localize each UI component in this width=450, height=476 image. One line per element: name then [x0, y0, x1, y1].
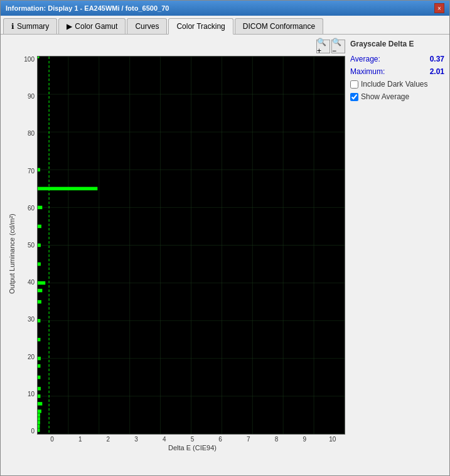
tab-dicom-conformance-label: DICOM Conformance — [243, 22, 315, 31]
maximum-value: 2.01 — [430, 67, 444, 76]
average-row: Average: 0.37 — [350, 55, 444, 63]
x-tick-6: 6 — [208, 436, 233, 443]
y-tick-0: 0 — [31, 428, 35, 435]
main-window: Information: Display 1 - EA245WMi / foto… — [0, 0, 450, 476]
show-average-label[interactable]: Show Average — [361, 92, 409, 101]
y-tick-60: 60 — [28, 205, 35, 212]
side-panel: Grayscale Delta E Average: 0.37 Maximum:… — [350, 40, 444, 452]
title-bar: Information: Display 1 - EA245WMi / foto… — [1, 1, 449, 16]
y-tick-20: 20 — [28, 354, 35, 360]
x-axis-label: Delta E (CIE94) — [40, 444, 345, 452]
tab-color-gamut[interactable]: ▶ Color Gamut — [58, 18, 126, 34]
tab-color-gamut-label: Color Gamut — [75, 22, 117, 31]
maximum-row: Maximum: 2.01 — [350, 67, 444, 76]
zoom-out-button[interactable]: 🔍− — [331, 40, 345, 53]
x-tick-1: 1 — [68, 436, 93, 443]
x-tick-10: 10 — [320, 436, 345, 443]
tab-color-tracking[interactable]: Color Tracking — [168, 18, 233, 35]
chart-with-axes: 100 90 80 70 60 50 40 30 20 10 0 — [18, 56, 345, 452]
tabs-bar: ℹ Summary ▶ Color Gamut Curves Color Tra… — [1, 16, 449, 35]
chart-area: 🔍+ 🔍− Output Luminance (cd/m²) 100 90 80… — [6, 40, 345, 452]
chart-toolbar: 🔍+ 🔍− — [6, 40, 345, 53]
y-tick-70: 70 — [28, 168, 35, 175]
x-tick-2: 2 — [95, 436, 121, 443]
zoom-in-icon: 🔍+ — [317, 38, 329, 55]
chart-container: Output Luminance (cd/m²) 100 90 80 70 60… — [6, 56, 345, 452]
tab-dicom-conformance[interactable]: DICOM Conformance — [235, 18, 323, 34]
show-average-row: Show Average — [350, 92, 444, 101]
tab-curves[interactable]: Curves — [127, 18, 167, 34]
zoom-in-button[interactable]: 🔍+ — [316, 40, 330, 53]
x-tick-9: 9 — [292, 436, 317, 443]
show-average-checkbox[interactable] — [350, 93, 358, 101]
zoom-out-icon: 🔍− — [332, 38, 345, 55]
y-tick-10: 10 — [28, 391, 35, 398]
y-tick-90: 90 — [28, 93, 35, 100]
average-value: 0.37 — [430, 55, 444, 63]
y-tick-40: 40 — [28, 279, 35, 286]
include-dark-checkbox[interactable] — [350, 80, 358, 89]
bottom-area — [1, 457, 449, 475]
x-tick-8: 8 — [264, 436, 289, 443]
plot-area: 100 90 80 70 60 50 40 30 20 10 0 — [18, 56, 345, 435]
color-gamut-icon: ▶ — [67, 22, 72, 31]
x-axis-area: 0 1 2 3 4 5 6 7 8 9 10 Delta E (CIE — [18, 435, 345, 452]
y-tick-50: 50 — [28, 242, 35, 249]
y-tick-100: 100 — [24, 56, 35, 63]
x-ticks: 0 1 2 3 4 5 6 7 8 9 10 — [40, 435, 345, 444]
x-tick-0: 0 — [40, 436, 65, 443]
average-label: Average: — [350, 55, 380, 63]
include-dark-row: Include Dark Values — [350, 80, 444, 89]
include-dark-label[interactable]: Include Dark Values — [361, 80, 428, 89]
panel-title: Grayscale Delta E — [350, 40, 444, 48]
x-tick-5: 5 — [179, 436, 205, 443]
tab-curves-label: Curves — [135, 22, 159, 31]
window-title: Information: Display 1 - EA245WMi / foto… — [6, 4, 169, 12]
tab-summary[interactable]: ℹ Summary — [3, 18, 57, 34]
maximum-label: Maximum: — [350, 67, 385, 76]
y-axis-label: Output Luminance (cd/m²) — [6, 56, 18, 452]
y-tick-30: 30 — [28, 316, 35, 323]
tab-color-tracking-label: Color Tracking — [176, 22, 225, 31]
chart-canvas — [38, 57, 345, 434]
y-ticks: 100 90 80 70 60 50 40 30 20 10 0 — [18, 56, 37, 435]
x-tick-7: 7 — [236, 436, 261, 443]
close-button[interactable]: × — [434, 3, 444, 13]
tab-summary-label: Summary — [17, 22, 49, 31]
y-tick-80: 80 — [28, 130, 35, 137]
canvas-wrapper — [37, 56, 345, 435]
content-area: 🔍+ 🔍− Output Luminance (cd/m²) 100 90 80… — [1, 35, 449, 457]
summary-icon: ℹ — [11, 22, 14, 31]
x-tick-4: 4 — [152, 436, 177, 443]
x-tick-3: 3 — [124, 436, 149, 443]
